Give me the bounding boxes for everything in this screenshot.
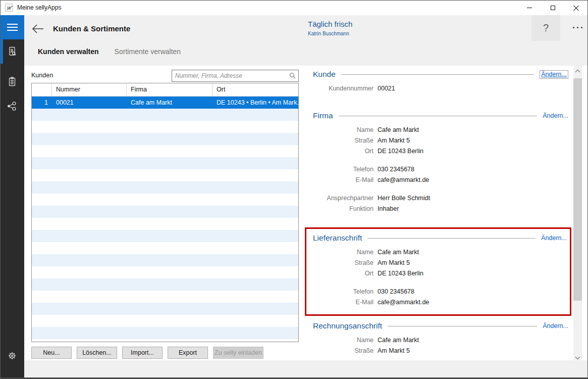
table-row-empty[interactable]: [32, 315, 298, 327]
search-icon: [289, 72, 296, 79]
aendern-link-firma[interactable]: Ändern...: [543, 112, 568, 119]
section-divider: [367, 238, 536, 239]
column-header-index[interactable]: [32, 83, 52, 96]
detail-label: Straße: [313, 346, 373, 354]
detail-label: Funktion: [313, 204, 373, 212]
aendern-link-kunde[interactable]: Ändern...: [540, 70, 568, 79]
aendern-link-lieferanschrift[interactable]: Ändern...: [541, 234, 567, 242]
section-divider: [339, 116, 538, 116]
table-row-empty[interactable]: [32, 133, 298, 145]
column-header-nummer[interactable]: Nummer: [52, 83, 127, 96]
page-title: Kunden & Sortimente: [53, 24, 130, 33]
import-button[interactable]: Import...: [122, 347, 163, 359]
account-user: Katrin Buschmann: [308, 31, 352, 36]
detail-label: Name: [313, 336, 373, 344]
table-row-empty[interactable]: [32, 303, 298, 315]
export-button[interactable]: Export: [168, 347, 208, 359]
table-row-empty[interactable]: [32, 254, 298, 266]
sidebar-item-kunden[interactable]: [0, 39, 24, 64]
table-row-empty[interactable]: [32, 169, 298, 181]
detail-row: Straße Am Markt 5: [313, 258, 567, 269]
table-row-empty[interactable]: [32, 291, 298, 303]
detail-value: 00021: [378, 84, 395, 92]
loeschen-button[interactable]: Löschen...: [77, 347, 117, 359]
tab-sortimente-verwalten[interactable]: Sortimente verwalten: [115, 48, 181, 56]
close-button[interactable]: [564, 0, 587, 15]
table-row-empty[interactable]: [32, 218, 298, 230]
neu-button[interactable]: Neu...: [31, 347, 72, 359]
hamburger-menu-button[interactable]: [0, 15, 24, 39]
vertical-scrollbar[interactable]: [573, 66, 582, 360]
detail-label: Straße: [313, 136, 373, 144]
detail-label: Kundennummer: [313, 84, 373, 92]
detail-row: Name Cafe am Markt: [313, 248, 567, 258]
table-row-empty[interactable]: [32, 230, 298, 242]
table-row-empty[interactable]: [32, 339, 298, 342]
minimize-button[interactable]: [518, 0, 541, 15]
settings-button[interactable]: [0, 344, 24, 368]
detail-label: Name: [313, 125, 373, 133]
search-input[interactable]: [172, 70, 299, 82]
cell-index: 1: [32, 97, 52, 109]
cell-ort: DE 10243 • Berlin • Am Mark...: [212, 97, 298, 109]
detail-label: Name: [313, 248, 373, 256]
table-row-selected[interactable]: 1 00021 Cafe am Markt DE 10243 • Berlin …: [32, 97, 298, 109]
detail-value: Am Markt 5: [378, 258, 410, 266]
detail-label: Ort: [313, 147, 373, 155]
table-row-empty[interactable]: [32, 194, 298, 206]
section-kunde: Kunde Ändern... Kundennummer 00021: [313, 68, 568, 94]
detail-row: E-Mail cafe@ammarkt.de: [313, 298, 567, 308]
column-header-firma[interactable]: Firma: [127, 83, 212, 96]
customers-table: Nummer Firma Ort 1 00021 Cafe am Markt D…: [31, 83, 299, 342]
table-row-empty[interactable]: [32, 278, 298, 291]
table-row-empty[interactable]: [32, 145, 298, 157]
table-row-empty[interactable]: [32, 206, 298, 218]
table-row-empty[interactable]: [32, 266, 298, 278]
detail-label: Telefon: [313, 287, 373, 295]
table-header: Nummer Firma Ort: [32, 83, 298, 97]
sidebar-item-vernetzung[interactable]: [0, 94, 24, 118]
minimize-icon: [527, 8, 532, 8]
help-button[interactable]: ?: [531, 15, 560, 41]
detail-panel: Kunde Ändern... Kundennummer 00021 Firma…: [313, 66, 571, 360]
sidebar: [0, 15, 24, 379]
scrollbar-thumb[interactable]: [573, 78, 582, 301]
section-firma: Firma Ändern... Name Cafe am Markt Straß…: [313, 109, 568, 215]
column-header-ort[interactable]: Ort: [212, 83, 298, 96]
section-rechnungsanschrift: Rechnungsanschrift Ändern... Name Cafe a…: [313, 319, 568, 357]
chevron-up-icon: [575, 69, 580, 74]
detail-row: E-Mail cafe@ammarkt.de: [313, 175, 568, 186]
list-actions: Neu...Löschen...Import...ExportZu selly …: [31, 347, 263, 359]
detail-row: Ort DE 10243 Berlin: [313, 269, 567, 279]
maximize-icon: [551, 6, 555, 10]
back-button[interactable]: [30, 23, 45, 36]
titlebar: w Meine sellyApps: [0, 0, 588, 15]
aendern-link-rechnungsanschrift[interactable]: Ändern...: [543, 322, 568, 329]
scrollbar-up-button[interactable]: [573, 66, 582, 74]
table-row-empty[interactable]: [32, 157, 298, 169]
table-row-empty[interactable]: [32, 327, 298, 339]
detail-value: Am Markt 5: [378, 136, 410, 144]
maximize-button[interactable]: [541, 0, 564, 15]
sidebar-item-sortimente[interactable]: [0, 70, 24, 94]
section-divider: [388, 326, 537, 326]
detail-row: Straße Am Markt 5: [313, 136, 568, 147]
footer-strip: [24, 360, 588, 379]
section-lieferanschrift-highlighted: Lieferanschrift Ändern... Name Cafe am M…: [305, 227, 571, 316]
table-row-empty[interactable]: [32, 181, 298, 194]
account-info: Täglich frisch Katrin Buschmann: [308, 20, 352, 36]
zu-selly-einladen-button[interactable]: Zu selly einladen: [213, 347, 263, 359]
table-row-empty[interactable]: [32, 109, 298, 121]
window-title: Meine sellyApps: [17, 4, 61, 11]
detail-row: Name Cafe am Markt: [313, 125, 568, 136]
window-controls: [518, 0, 587, 15]
table-row-empty[interactable]: [32, 242, 298, 254]
detail-value: cafe@ammarkt.de: [378, 175, 429, 183]
table-row-empty[interactable]: [32, 121, 298, 133]
detail-label: Straße: [313, 258, 373, 266]
account-name: Täglich frisch: [308, 20, 352, 28]
scrollbar-down-button[interactable]: [573, 352, 582, 360]
search-box: [172, 70, 299, 82]
tab-kunden-verwalten[interactable]: Kunden verwalten: [38, 48, 99, 56]
more-options-button[interactable]: ···: [568, 15, 588, 41]
